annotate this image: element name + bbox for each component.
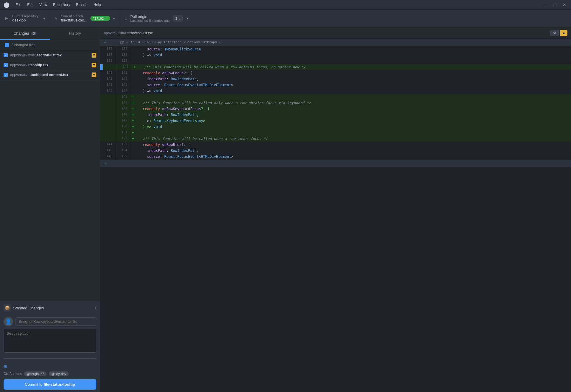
file-item-2[interactable]: ✓ app\src\ui\...\tooltipped-content.tsx … bbox=[0, 70, 100, 80]
description-textarea[interactable] bbox=[4, 329, 96, 353]
commit-message-input[interactable] bbox=[16, 317, 96, 326]
line-content: readonly onRowKeyboardFocus?: ( bbox=[136, 106, 571, 112]
close-button[interactable]: ✕ bbox=[561, 2, 567, 7]
author-tag-1[interactable]: @sergiou87 bbox=[24, 371, 47, 376]
diff-line-add-147: 147 + readonly onRowKeyboardFocus?: ( bbox=[100, 106, 571, 112]
changed-files-list: ✓ app\src\ui\lib\list\section-list.tsx M… bbox=[0, 50, 100, 301]
old-line-num: 144 bbox=[100, 142, 115, 148]
diff-content: ⋯ @@ -137,10 +137,19 @@ interface ISecti… bbox=[100, 39, 571, 392]
pull-origin-label: Pull origin bbox=[130, 14, 170, 19]
diff-line-146-155: 146 155 source: React.FocusEvent<HTMLDiv… bbox=[100, 154, 571, 160]
diff-expand-bottom: ⋯ bbox=[100, 160, 571, 167]
new-line-num: 142 bbox=[115, 76, 130, 82]
line-sign: + bbox=[130, 112, 136, 118]
line-sign: + bbox=[130, 118, 136, 124]
line-sign bbox=[130, 142, 136, 148]
author-tag-2[interactable]: @tidy-dev bbox=[49, 371, 69, 376]
co-authors-row: ⊕ bbox=[4, 361, 96, 371]
line-content: source: React.FocusEvent<HTMLDivElement> bbox=[136, 82, 571, 88]
file-name-0: app\src\ui\lib\list\section-list.tsx bbox=[10, 53, 89, 57]
right-panel: app\src\ui\lib\list\section-list.tsx ⚙ ■… bbox=[100, 27, 571, 392]
line-sign bbox=[130, 58, 136, 64]
pull-count: 3 bbox=[175, 17, 177, 20]
divider bbox=[4, 358, 96, 359]
old-line-num: 137 bbox=[100, 46, 115, 52]
line-sign bbox=[130, 148, 136, 154]
branch-icon: ⑂ bbox=[55, 16, 58, 21]
diff-line-139-139: 139 139 bbox=[100, 58, 571, 64]
menu-edit[interactable]: Edit bbox=[27, 3, 33, 7]
line-content: /** This function will be called when a … bbox=[136, 136, 571, 142]
file-checkbox-2[interactable]: ✓ bbox=[4, 73, 8, 77]
new-line-num: 155 bbox=[115, 154, 130, 160]
maximize-button[interactable]: □ bbox=[552, 2, 558, 7]
line-content bbox=[136, 130, 571, 136]
current-branch-label: Current branch bbox=[61, 14, 87, 18]
line-content: ) => void bbox=[136, 124, 571, 130]
pr-number: #17192 bbox=[93, 17, 104, 20]
menu-view[interactable]: View bbox=[39, 3, 47, 7]
select-all-checkbox[interactable] bbox=[5, 43, 9, 47]
current-branch-section[interactable]: ⑂ Current branch file-status-too... #171… bbox=[50, 10, 120, 27]
menu-bar: File Edit View Repository Branch Help bbox=[16, 3, 101, 7]
diff-line-add-151: 151 + bbox=[100, 130, 571, 136]
current-repo-section[interactable]: ⊞ Current repository desktop ▾ bbox=[0, 10, 50, 27]
pr-badge[interactable]: #17192 ✓ bbox=[90, 16, 110, 21]
commit-btn-prefix: Commit to bbox=[25, 382, 44, 387]
new-line-num: 138 bbox=[115, 52, 130, 58]
expand-down-icon[interactable]: ⋯ bbox=[104, 161, 106, 166]
diff-line-140-141: 140 141 readonly onRowFocus?: ( bbox=[100, 70, 571, 76]
file-item-1[interactable]: ✓ app\src\ui\lib\tooltip.tsx M bbox=[0, 60, 100, 70]
old-line-num: 142 bbox=[100, 82, 115, 88]
old-line-num: 140 bbox=[100, 70, 115, 76]
add-coauthor-icon[interactable]: ⊕ bbox=[4, 363, 7, 369]
minimize-button[interactable]: ─ bbox=[542, 2, 548, 7]
gear-button[interactable]: ⚙ bbox=[550, 30, 559, 36]
expand-up-icon[interactable]: ⋯ bbox=[104, 40, 106, 45]
menu-help[interactable]: Help bbox=[93, 3, 101, 7]
line-content: indexPath: RowIndexPath, bbox=[136, 148, 571, 154]
file-checkbox-0[interactable]: ✓ bbox=[4, 53, 8, 57]
line-content: source: React.FocusEvent<HTMLDivElement> bbox=[136, 154, 571, 160]
diff-line-add-146: 146 + /** This function will be called o… bbox=[100, 100, 571, 106]
file-status-2: M bbox=[92, 72, 96, 77]
file-checkbox-1[interactable]: ✓ bbox=[4, 63, 8, 67]
window-controls: ─ □ ✕ bbox=[542, 2, 567, 7]
menu-repository[interactable]: Repository bbox=[53, 3, 70, 7]
new-line-num: 151 bbox=[115, 130, 130, 136]
old-line-num: 139 bbox=[100, 58, 115, 64]
tab-changes[interactable]: Changes 3 bbox=[0, 27, 50, 40]
commit-button[interactable]: Commit to file-status-tooltip bbox=[4, 379, 96, 390]
tab-history[interactable]: History bbox=[50, 27, 100, 40]
pull-origin-subtitle: Last fetched 8 minutes ago bbox=[130, 19, 170, 22]
pull-origin-section[interactable]: ↓ Pull origin Last fetched 8 minutes ago… bbox=[120, 10, 194, 27]
diff-line-add-145: 145 + bbox=[100, 94, 571, 100]
file-item-0[interactable]: ✓ app\src\ui\lib\list\section-list.tsx M bbox=[0, 50, 100, 60]
stashed-header[interactable]: 📦 Stashed Changes › bbox=[0, 301, 100, 314]
new-line-num: 144 bbox=[115, 88, 130, 94]
new-line-num: 139 bbox=[115, 58, 130, 64]
pull-origin-dropdown-icon[interactable]: ▾ bbox=[187, 16, 189, 21]
expand-button[interactable]: ■ bbox=[560, 30, 567, 36]
menu-branch[interactable]: Branch bbox=[76, 3, 87, 7]
file-name-1: app\src\ui\lib\tooltip.tsx bbox=[10, 63, 89, 67]
old-line-num: 146 bbox=[100, 154, 115, 160]
diff-line-add-148: 148 + indexPath: RowIndexPath, bbox=[100, 112, 571, 118]
old-line-num bbox=[100, 118, 115, 124]
new-line-num: 147 bbox=[115, 106, 130, 112]
changed-files-header: 3 changed files bbox=[0, 40, 100, 50]
line-sign: + bbox=[130, 136, 136, 142]
stash-chevron-icon: › bbox=[95, 305, 96, 310]
menu-file[interactable]: File bbox=[16, 3, 21, 7]
new-line-num: 145 bbox=[115, 94, 130, 100]
new-line-num: 152 bbox=[115, 136, 130, 142]
diff-line-145-154: 145 154 indexPath: RowIndexPath, bbox=[100, 148, 571, 154]
diff-line-142-143: 142 143 source: React.FocusEvent<HTMLDiv… bbox=[100, 82, 571, 88]
branch-dropdown-icon[interactable]: ▾ bbox=[113, 16, 115, 21]
line-content: indexPath: RowIndexPath, bbox=[136, 76, 571, 82]
diff-line-138-138: 138 138 ) => void bbox=[100, 52, 571, 58]
new-line-num: 150 bbox=[115, 124, 130, 130]
diff-line-144-153: 144 153 readonly onRowBlur?: ( bbox=[100, 142, 571, 148]
old-line-num bbox=[101, 64, 116, 70]
old-line-num: 143 bbox=[100, 88, 115, 94]
